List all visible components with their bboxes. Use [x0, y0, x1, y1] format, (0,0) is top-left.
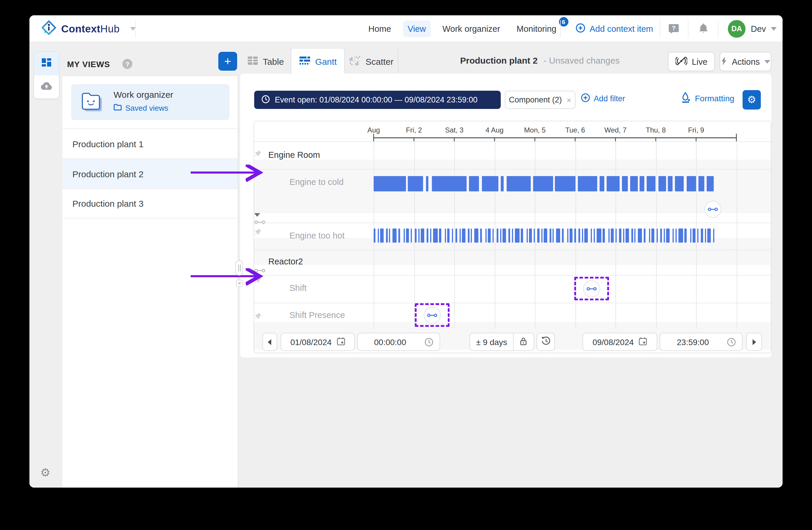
gantt-barcode-segment[interactable] [652, 228, 655, 242]
nav-item-home[interactable]: Home [364, 20, 396, 37]
history-button[interactable] [537, 333, 555, 351]
gantt-barcode-segment[interactable] [503, 228, 506, 242]
gantt-bar-segment[interactable] [501, 176, 503, 191]
help-bubble-icon[interactable]: ? [668, 23, 680, 37]
gantt-barcode-segment[interactable] [537, 228, 539, 242]
row-expand-caret[interactable] [254, 213, 260, 217]
gantt-barcode-segment[interactable] [690, 228, 691, 242]
timeline-prev-button[interactable] [262, 333, 277, 351]
bell-icon[interactable] [698, 23, 709, 37]
gantt-barcode-segment[interactable] [392, 228, 396, 242]
chip-close-icon[interactable]: × [567, 95, 571, 104]
gantt-barcode-segment[interactable] [649, 228, 650, 242]
gantt-barcode-segment[interactable] [632, 228, 633, 242]
gantt-barcode-segment[interactable] [562, 228, 564, 242]
gantt-barcode-segment[interactable] [701, 228, 703, 242]
range-lock-group[interactable]: ± 9 days [469, 333, 534, 351]
gantt-bar-segment[interactable] [407, 176, 423, 191]
time-filter-pill[interactable]: Event open: 01/08/2024 00:00:00 — 09/08/… [254, 91, 501, 109]
gantt-bar-segment[interactable] [374, 176, 406, 191]
gantt-barcode-segment[interactable] [707, 228, 711, 242]
gantt-bar-segment[interactable] [426, 176, 429, 191]
gantt-barcode-segment[interactable] [556, 228, 560, 242]
gantt-barcode-segment[interactable] [634, 228, 636, 242]
gantt-barcode-segment[interactable] [570, 228, 573, 242]
gantt-barcode-segment[interactable] [480, 228, 482, 242]
gantt-barcode-segment[interactable] [455, 228, 458, 242]
gantt-barcode-segment[interactable] [582, 228, 583, 242]
event-marker-shift-presence[interactable] [424, 307, 441, 324]
gantt-bar-segment[interactable] [630, 176, 638, 191]
gantt-barcode-segment[interactable] [644, 228, 646, 242]
formatting-button[interactable]: Formatting [681, 92, 734, 105]
gantt-barcode-segment[interactable] [593, 228, 595, 242]
gantt-barcode-segment[interactable] [591, 228, 592, 242]
work-organizer-card[interactable]: Work organizer Saved views [71, 84, 230, 120]
gantt-barcode-segment[interactable] [552, 228, 554, 242]
gantt-bar-segment[interactable] [533, 176, 553, 191]
tab-scatter[interactable]: Scatter [345, 49, 398, 74]
gantt-barcode-segment[interactable] [615, 228, 617, 242]
sidebar-view-production-plant-1[interactable]: Production plant 1 [62, 128, 238, 158]
gantt-bar-segment[interactable] [675, 176, 684, 191]
gantt-barcode-segment[interactable] [439, 228, 441, 242]
add-view-button[interactable]: + [218, 52, 237, 71]
gantt-barcode-segment[interactable] [415, 228, 417, 242]
gantt-bar-segment[interactable] [668, 176, 672, 191]
nav-item-view[interactable]: View [403, 20, 431, 37]
nav-item-work-organizer[interactable]: Work organizer [438, 20, 505, 37]
event-marker-engine-to-cold[interactable] [704, 201, 721, 218]
tab-gantt[interactable]: Gantt [291, 49, 345, 74]
gantt-barcode-segment[interactable] [462, 228, 465, 242]
gantt-barcode-segment[interactable] [675, 228, 676, 242]
gantt-barcode-segment[interactable] [452, 228, 453, 242]
gantt-barcode-segment[interactable] [430, 228, 431, 242]
gantt-barcode-segment[interactable] [660, 228, 662, 242]
collapse-panel-close-icon[interactable]: × [236, 280, 243, 287]
gantt-barcode-segment[interactable] [485, 228, 487, 242]
gantt-barcode-segment[interactable] [529, 228, 532, 242]
gantt-barcode-segment[interactable] [512, 228, 513, 242]
gantt-bar-segment[interactable] [698, 176, 704, 191]
panel-resize-handle[interactable] [235, 260, 243, 276]
gantt-barcode-segment[interactable] [496, 228, 498, 242]
gantt-barcode-segment[interactable] [398, 228, 401, 242]
gantt-barcode-segment[interactable] [386, 228, 388, 242]
gantt-barcode-segment[interactable] [421, 228, 424, 242]
sidebar-view-production-plant-2[interactable]: Production plant 2 [62, 158, 238, 189]
start-date-field[interactable]: 01/08/2024 [281, 333, 355, 351]
gantt-barcode-segment[interactable] [693, 228, 696, 242]
gantt-barcode-segment[interactable] [433, 228, 437, 242]
gantt-bar-segment[interactable] [640, 176, 644, 191]
gantt-barcode-segment[interactable] [619, 228, 621, 242]
gantt-barcode-segment[interactable] [685, 228, 687, 242]
shared-views-rail-button[interactable] [34, 75, 59, 99]
gantt-bar-segment[interactable] [658, 176, 666, 191]
gantt-barcode-segment[interactable] [418, 228, 420, 242]
gantt-bar-segment[interactable] [599, 176, 604, 191]
my-views-rail-button[interactable] [34, 52, 59, 75]
gantt-barcode-segment[interactable] [575, 228, 576, 242]
gantt-barcode-segment[interactable] [666, 228, 670, 242]
pin-icon[interactable] [254, 149, 771, 159]
gantt-barcode-segment[interactable] [445, 228, 446, 242]
gantt-barcode-segment[interactable] [625, 228, 629, 242]
gantt-barcode-segment[interactable] [509, 228, 510, 242]
gantt-bar-segment[interactable] [507, 176, 531, 191]
gantt-barcode-segment[interactable] [515, 228, 519, 242]
gantt-bar-segment[interactable] [482, 176, 499, 191]
gantt-barcode-segment[interactable] [697, 228, 698, 242]
add-context-item-button[interactable]: Add context item [576, 15, 653, 42]
event-marker-shift[interactable] [583, 280, 600, 297]
gantt-barcode-segment[interactable] [713, 228, 714, 242]
gantt-barcode-segment[interactable] [623, 228, 624, 242]
gantt-barcode-segment[interactable] [597, 228, 601, 242]
gantt-bar-segment[interactable] [469, 176, 479, 191]
tab-table[interactable]: Table [240, 49, 291, 74]
timeline-next-button[interactable] [746, 333, 762, 351]
gantt-barcode-segment[interactable] [474, 228, 478, 242]
gantt-barcode-segment[interactable] [380, 228, 383, 242]
gantt-barcode-segment[interactable] [374, 228, 376, 242]
start-time-field[interactable]: 00:00:00 [357, 333, 440, 351]
gantt-barcode-segment[interactable] [550, 228, 551, 242]
